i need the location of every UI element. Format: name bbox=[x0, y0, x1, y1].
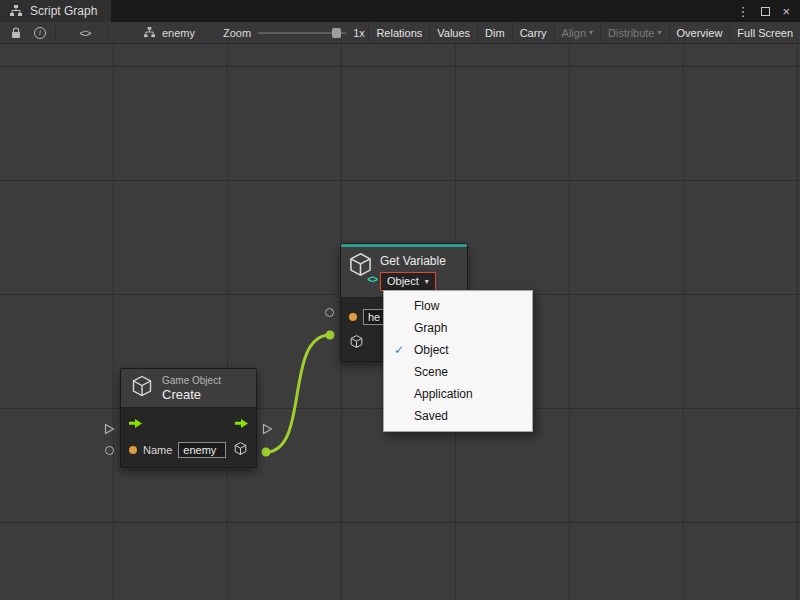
carry-button[interactable]: Carry bbox=[512, 22, 554, 43]
zoom-slider[interactable] bbox=[258, 26, 346, 40]
flow-input-arrow-icon[interactable] bbox=[129, 415, 142, 433]
relations-button[interactable]: Relations bbox=[368, 22, 429, 43]
string-port-dot[interactable] bbox=[129, 446, 137, 454]
flow-output-arrow-icon[interactable] bbox=[235, 415, 248, 433]
flow-input-triangle-port[interactable] bbox=[104, 421, 115, 439]
node-title: Create bbox=[162, 387, 221, 402]
graph-asset-icon bbox=[141, 27, 157, 38]
menu-item-saved[interactable]: Saved bbox=[384, 405, 532, 427]
node-title: Get Variable bbox=[380, 254, 446, 268]
string-port-dot[interactable] bbox=[349, 313, 357, 321]
scope-context-menu: Flow Graph ✓ Object Scene Application Sa… bbox=[383, 290, 533, 432]
menu-item-graph[interactable]: Graph bbox=[384, 317, 532, 339]
dim-button[interactable]: Dim bbox=[477, 22, 512, 43]
zoom-slider-handle[interactable] bbox=[332, 28, 341, 38]
connection-wire[interactable] bbox=[266, 335, 330, 452]
wire-output-port-dot[interactable] bbox=[262, 448, 271, 457]
gameobject-output-cube-icon[interactable] bbox=[233, 441, 248, 460]
wire-input-port-dot[interactable] bbox=[326, 331, 335, 340]
menu-item-application[interactable]: Application bbox=[384, 383, 532, 405]
values-button[interactable]: Values bbox=[429, 22, 477, 43]
distribute-button[interactable]: Distribute ▾ bbox=[600, 22, 668, 43]
code-badge-icon: <> bbox=[366, 274, 378, 285]
chevron-down-icon: ▾ bbox=[589, 28, 593, 37]
create-node[interactable]: Game Object Create Name bbox=[120, 368, 257, 468]
flow-port-row bbox=[129, 416, 248, 432]
close-icon[interactable]: × bbox=[782, 4, 790, 19]
name-port-row: Name bbox=[129, 441, 248, 459]
menu-item-scene[interactable]: Scene bbox=[384, 361, 532, 383]
toolbar-divider bbox=[107, 26, 108, 40]
maximize-icon[interactable] bbox=[761, 7, 770, 16]
graph-breadcrumb[interactable]: enemy bbox=[141, 27, 195, 39]
script-graph-icon bbox=[8, 5, 24, 17]
zoom-control: Zoom 1x bbox=[223, 26, 365, 40]
menu-item-object[interactable]: ✓ Object bbox=[384, 339, 532, 361]
graph-toolbar: i <> enemy Zoom 1x Relations Values Dim … bbox=[0, 22, 800, 44]
name-port-label: Name bbox=[143, 444, 172, 456]
scope-value: Object bbox=[387, 275, 419, 287]
info-icon[interactable]: i bbox=[32, 27, 48, 39]
toolbar-buttons: Relations Values Dim Carry Align ▾ Distr… bbox=[368, 22, 800, 43]
fullscreen-button[interactable]: Full Screen bbox=[729, 22, 800, 43]
kebab-menu-icon[interactable]: ⋮ bbox=[736, 4, 749, 19]
align-button[interactable]: Align ▾ bbox=[554, 22, 600, 43]
window-controls: ⋮ × bbox=[736, 0, 800, 22]
value-input-circle-port[interactable] bbox=[325, 308, 334, 317]
code-view-icon[interactable]: <> bbox=[77, 27, 93, 39]
menu-item-flow[interactable]: Flow bbox=[384, 295, 532, 317]
graph-name: enemy bbox=[162, 27, 195, 39]
create-node-header[interactable]: Game Object Create bbox=[121, 369, 256, 408]
variable-cube-icon: <> bbox=[347, 251, 374, 282]
flow-output-triangle-port[interactable] bbox=[262, 421, 273, 439]
tab-script-graph[interactable]: Script Graph bbox=[0, 0, 111, 22]
name-input[interactable] bbox=[178, 442, 226, 458]
game-object-cube-icon bbox=[130, 374, 154, 402]
window-tab-bar: Script Graph ⋮ × bbox=[0, 0, 800, 22]
chevron-down-icon: ▾ bbox=[658, 28, 662, 37]
object-port-cube-icon[interactable] bbox=[349, 334, 364, 353]
name-input-circle-port[interactable] bbox=[105, 446, 114, 455]
variable-scope-dropdown[interactable]: Object ▾ bbox=[380, 272, 436, 291]
node-category: Game Object bbox=[162, 375, 221, 387]
zoom-label: Zoom bbox=[223, 27, 251, 39]
graph-canvas[interactable]: Game Object Create Name bbox=[0, 44, 800, 600]
check-icon: ✓ bbox=[394, 343, 414, 357]
overview-button[interactable]: Overview bbox=[669, 22, 730, 43]
zoom-value: 1x bbox=[353, 27, 365, 39]
create-node-body: Name bbox=[121, 408, 256, 467]
toolbar-divider bbox=[55, 26, 56, 40]
tab-title: Script Graph bbox=[30, 4, 97, 18]
lock-icon[interactable] bbox=[8, 27, 24, 39]
chevron-down-icon: ▾ bbox=[425, 277, 429, 286]
